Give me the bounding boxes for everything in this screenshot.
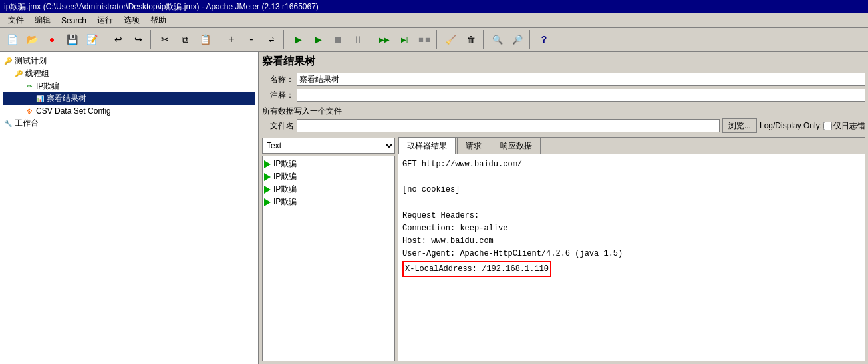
text-select[interactable]: Text XML HTML JSON RegExp Tester [262,138,395,154]
result-content: GET http://www.baidu.com/ [no cookies] R… [398,154,865,361]
tree-label-csv: CSV Data Set Config [36,106,111,116]
list-label-3: IP欺骗 [273,184,297,195]
menu-help[interactable]: 帮助 [145,13,172,27]
list-item-4[interactable]: IP欺骗 [264,196,393,208]
redo-button[interactable]: ↪ [129,30,148,49]
result-panel: 取样器结果 请求 响应数据 GET http://www.baidu.com/ … [398,137,865,361]
result-line-7: Host: www.baidu.com [402,235,861,248]
tree-item-testplan[interactable]: 🔑 测试计划 [3,55,255,67]
remotestartsel-button[interactable]: ▶| [395,30,414,49]
tabs-row: 取样器结果 请求 响应数据 [398,138,865,154]
toolbar-sep-3 [217,30,219,49]
list-item-1[interactable]: IP欺骗 [264,158,393,170]
triangle-icon-1 [264,160,271,168]
menu-edit[interactable]: 编辑 [29,13,56,27]
name-row: 名称： [262,73,865,86]
menu-options[interactable]: 选项 [118,13,145,27]
result-line-5: Request Headers: [402,210,861,222]
pin-icon: 🔑 [3,56,13,67]
open-button[interactable]: 📂 [23,30,41,49]
result-line-2 [402,171,861,184]
comment-input[interactable] [297,89,865,102]
list-label-4: IP欺骗 [273,196,297,208]
result-line-3: [no cookies] [402,184,861,196]
start-button[interactable]: ▶ [289,30,307,49]
toolbar: 📄 📂 ● 💾 📝 ↩ ↪ ✂ ⧉ 📋 + - ⇌ ▶ ▶ ⏹ ⏸ ▶▶ ▶| … [0,28,868,52]
stopreq-button[interactable]: ⏸ [349,30,367,49]
tab-response-data[interactable]: 响应数据 [492,138,541,154]
toolbar-sep-1 [104,30,106,49]
tree-list: IP欺骗 IP欺骗 IP欺骗 IP欺骗 [262,156,395,361]
menu-run[interactable]: 运行 [92,13,118,27]
cut-button[interactable]: ✂ [156,30,174,49]
result-line-9: X-LocalAddress: /192.168.1.110 [402,261,861,277]
triangle-icon-2 [264,173,271,181]
toolbar-sep-5 [370,30,372,49]
tab-request[interactable]: 请求 [457,138,490,154]
stop-button[interactable]: ⏹ [329,30,347,49]
error-button[interactable]: ● [43,30,61,49]
name-input[interactable] [297,73,865,86]
cleartree-button[interactable]: 🗑 [462,30,480,49]
tree-item-workbench[interactable]: 🔧 工作台 [3,117,255,130]
saveas-button[interactable]: 📝 [82,30,101,49]
file-row: 文件名 浏览... Log/Display Only: 仅日志错 [262,118,865,133]
bottom-section: Text XML HTML JSON RegExp Tester IP欺骗 IP [262,137,865,361]
tree-item-threadgroup[interactable]: 🔑 线程组 [3,67,255,80]
csv-icon: ⚙ [24,106,35,116]
menu-search[interactable]: Search [56,15,92,27]
left-panel: 🔑 测试计划 🔑 线程组 ✏ IP欺骗 📊 察看结果树 ⚙ CSV Data S… [0,52,259,364]
tree-item-ipspoof[interactable]: ✏ IP欺骗 [3,80,255,92]
result-line-6: Connection: keep-alive [402,222,861,235]
http-icon: ✏ [24,81,35,92]
copy-button[interactable]: ⧉ [176,30,194,49]
remotestartall-button[interactable]: ▶▶ [375,30,394,49]
paste-button[interactable]: 📋 [196,30,214,49]
find-button[interactable]: 🔎 [508,30,527,49]
comment-row: 注释： [262,89,865,102]
toolbar-sep-7 [483,30,486,49]
tree-label-workbench: 工作台 [15,118,39,129]
list-label-2: IP欺骗 [273,171,297,182]
remotestopall-button[interactable]: ⏹⏹ [415,30,434,49]
log-display-label: Log/Display Only: [760,121,822,130]
toolbar-sep-6 [436,30,439,49]
tree-label-resulttree: 察看结果树 [47,93,86,104]
tree-label-ipspoof: IP欺骗 [36,81,59,92]
list-label-1: IP欺骗 [273,158,297,170]
toolbar-sep-2 [150,30,153,49]
main-container: 🔑 测试计划 🔑 线程组 ✏ IP欺骗 📊 察看结果树 ⚙ CSV Data S… [0,52,868,364]
title-text: ip欺骗.jmx (C:\Users\Administrator\Desktop… [4,1,319,13]
new-button[interactable]: 📄 [3,30,21,49]
tree-item-csv[interactable]: ⚙ CSV Data Set Config [3,105,255,117]
help-button[interactable]: ? [535,30,553,49]
menu-file[interactable]: 文件 [3,13,29,27]
remote-button[interactable]: ⇌ [262,30,281,49]
toolbar-sep-4 [283,30,286,49]
menu-bar: 文件 编辑 Search 运行 选项 帮助 [0,13,868,28]
collapse-button[interactable]: - [242,30,261,49]
expand-button[interactable]: + [222,30,241,49]
start2-button[interactable]: ▶ [309,30,327,49]
clear-button[interactable]: 🧹 [442,30,460,49]
search-button[interactable]: 🔍 [488,30,507,49]
triangle-icon-3 [264,186,271,194]
list-item-3[interactable]: IP欺骗 [264,183,393,196]
tree-item-resulttree[interactable]: 📊 察看结果树 [3,92,255,105]
section-title: 所有数据写入一个文件 [262,106,865,117]
only-errors-checkbox[interactable] [823,122,832,130]
name-label: 名称： [262,74,294,85]
result-line-8: User-Agent: Apache-HttpClient/4.2.6 (jav… [402,248,861,260]
list-item-2[interactable]: IP欺骗 [264,170,393,183]
text-dropdown-row: Text XML HTML JSON RegExp Tester [262,137,395,154]
browse-button[interactable]: 浏览... [722,118,757,133]
toolbar-sep-8 [529,30,532,49]
thread-icon: 🔑 [13,69,24,79]
tab-sampler-result[interactable]: 取样器结果 [398,138,456,154]
right-panel: 察看结果树 名称： 注释： 所有数据写入一个文件 文件名 浏览... Log/D… [259,52,868,364]
panel-title: 察看结果树 [262,55,865,69]
save-button[interactable]: 💾 [63,30,81,49]
file-input[interactable] [297,119,720,132]
log-display-area: Log/Display Only: 仅日志错 [760,120,865,132]
undo-button[interactable]: ↩ [109,30,128,49]
